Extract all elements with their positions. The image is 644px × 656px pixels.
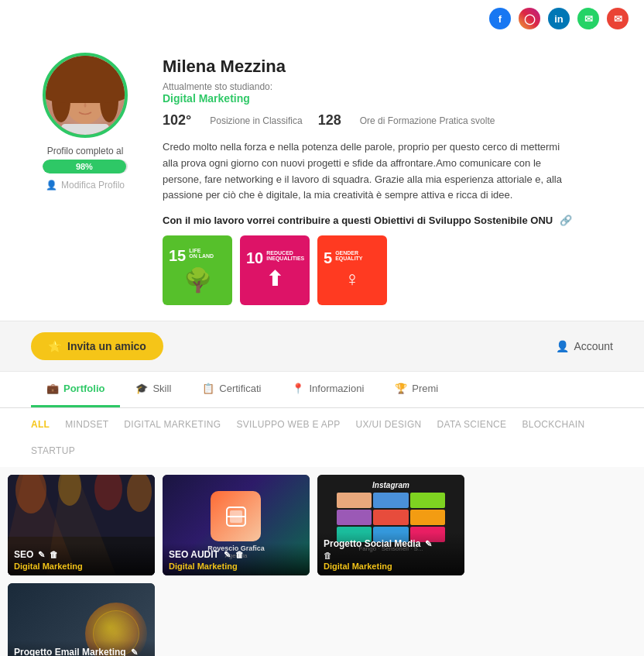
account-icon: 👤 (556, 340, 569, 352)
edit-icon-social-media[interactable]: ✎ (425, 539, 432, 549)
profile-right: Milena Mezzina Attualmente sto studiando… (163, 53, 613, 305)
edit-profile-button[interactable]: 👤 Modifica Profilo (46, 180, 125, 191)
hours-label: Ore di Formazione Pratica svolte (360, 115, 495, 126)
card-overlay-social-media: Progetto Social Media ✎ 🗑 Digital Market… (317, 532, 464, 575)
tab-premi-label: Premi (412, 383, 438, 394)
tab-portfolio[interactable]: 💼 Portfolio (31, 372, 120, 407)
sdg-title-5: GENDEREQUALITY (335, 250, 362, 262)
facebook-icon[interactable]: f (489, 8, 511, 29)
sdg-number-5: 5 (324, 250, 332, 266)
account-button[interactable]: 👤 Account (556, 340, 613, 352)
social-bar: f ◯ in ✉ ✉ (0, 0, 644, 37)
edit-profile-label: Modifica Profilo (61, 180, 125, 191)
invite-button[interactable]: ⭐ Invita un amico (31, 332, 163, 360)
filter-mindset[interactable]: MINDSET (65, 419, 108, 430)
tab-premi[interactable]: 🏆 Premi (379, 372, 454, 407)
sdg-title-10: REDUCEDINEQUALITIES (266, 250, 304, 262)
card-title-seo: SEO ✎ 🗑 (14, 549, 149, 560)
sdg-card-15[interactable]: 15 LIFEON LAND 🌳 (163, 235, 232, 305)
hours-number: 128 (318, 112, 341, 129)
svg-point-3 (100, 79, 118, 122)
tabs-bar: 💼 Portfolio 🎓 Skill 📋 Certificati 📍 Info… (0, 372, 644, 408)
profile-complete-label: Profilo completo al (47, 146, 124, 156)
email-icon[interactable]: ✉ (607, 8, 629, 29)
edit-icon-seo[interactable]: ✎ (38, 550, 45, 560)
card-category-social-media: Digital Marketing (324, 562, 458, 571)
filter-digital-marketing[interactable]: DIGITAL MARKETING (124, 419, 221, 430)
sdg-card-10[interactable]: 10 REDUCEDINEQUALITIES ⬆ (240, 235, 310, 305)
sdg-number-15: 15 (169, 248, 186, 263)
filter-bar: ALL MINDSET DIGITAL MARKETING SVILUPPO W… (0, 408, 644, 467)
sdg-card-5[interactable]: 5 GENDEREQUALITY ♀ (317, 235, 387, 305)
portfolio-card-seo-audit[interactable]: Rovescio Grafica Agenzia SEO AUDIT ✎ 🗑 D… (163, 475, 310, 575)
tab-skill[interactable]: 🎓 Skill (120, 372, 187, 407)
card-overlay-email-marketing: Progetto Email Marketing ✎ 🗑 Digital Mar… (8, 641, 155, 656)
studying-label: Attualmente sto studiando: (163, 81, 613, 92)
action-bar: ⭐ Invita un amico 👤 Account (0, 321, 644, 372)
delete-icon-seo-audit[interactable]: 🗑 (235, 550, 244, 559)
tab-certificati-label: Certificati (219, 383, 261, 394)
card-title-label-seo: SEO (14, 549, 33, 560)
skill-icon: 🎓 (135, 383, 148, 394)
avatar-image (46, 56, 125, 135)
card-overlay-seo: SEO ✎ 🗑 Digital Marketing (8, 543, 155, 575)
certificati-icon: 📋 (202, 383, 214, 394)
edit-icon-seo-audit[interactable]: ✎ (224, 550, 231, 560)
progress-bar-fill: 98% (43, 160, 126, 173)
informazioni-icon: 📍 (292, 383, 304, 394)
filter-startup[interactable]: STARTUP (31, 445, 75, 456)
portfolio-icon: 💼 (46, 383, 59, 394)
invite-icon: ⭐ (48, 340, 61, 352)
sdg-title-15: LIFEON LAND (189, 248, 214, 259)
card-title-label-email-marketing: Progetto Email Marketing (14, 647, 126, 656)
account-label: Account (574, 340, 613, 352)
svg-point-4 (57, 62, 113, 93)
studying-value: Digital Marketing (163, 92, 613, 105)
card-title-social-media: Progetto Social Media ✎ (324, 538, 458, 549)
tab-informazioni[interactable]: 📍 Informazioni (276, 372, 379, 407)
instagram-icon[interactable]: ◯ (519, 8, 540, 29)
portfolio-card-email-marketing[interactable]: Progetto Email Marketing ✎ 🗑 Digital Mar… (8, 583, 155, 656)
tab-informazioni-label: Informazioni (309, 383, 364, 394)
rank-label: Posizione in Classifica (210, 115, 302, 126)
svg-point-1 (65, 77, 105, 124)
sdg-icon-10: ⬆ (266, 267, 283, 291)
avatar (43, 53, 128, 138)
tab-certificati[interactable]: 📋 Certificati (187, 372, 276, 407)
portfolio-card-social-media[interactable]: Instagram Fango · Sensoriell · S... Prog… (317, 475, 464, 575)
invite-label: Invita un amico (67, 340, 146, 352)
card-category-seo-audit: Digital Marketing (169, 562, 303, 571)
delete-icon-social-media[interactable]: 🗑 (324, 551, 332, 560)
external-link-icon: 🔗 (560, 215, 572, 226)
svg-point-5 (74, 95, 80, 100)
instagram-label: Instagram (372, 481, 409, 489)
whatsapp-icon[interactable]: ✉ (577, 8, 599, 29)
filter-ux-ui[interactable]: UX/UI DESIGN (356, 419, 422, 430)
profile-name: Milena Mezzina (163, 57, 613, 77)
portfolio-card-seo[interactable]: SEO ✎ 🗑 Digital Marketing (8, 475, 155, 575)
svg-rect-7 (61, 124, 109, 135)
card-title-email-marketing: Progetto Email Marketing ✎ (14, 647, 149, 656)
sdg-cards: 15 LIFEON LAND 🌳 10 REDUCEDINEQUALITIES … (163, 235, 613, 305)
svg-point-6 (91, 95, 97, 100)
card-title-label-seo-audit: SEO AUDIT (169, 549, 219, 560)
sdg-icon-15: 🌳 (183, 266, 212, 294)
tab-portfolio-label: Portfolio (63, 383, 104, 394)
svg-point-0 (56, 56, 115, 104)
filter-sviluppo-web[interactable]: SVILUPPO WEB E APP (236, 419, 340, 430)
user-icon: 👤 (46, 180, 57, 191)
delete-icon-seo[interactable]: 🗑 (50, 550, 58, 559)
filter-blockchain[interactable]: BLOCKCHAIN (522, 419, 584, 430)
linkedin-icon[interactable]: in (548, 8, 570, 29)
bio-text: Credo molto nella forza e nella potenza … (163, 139, 565, 204)
stats-row: 102° Posizione in Classifica 128 Ore di … (163, 112, 613, 129)
svg-point-2 (52, 79, 70, 122)
filter-data-science[interactable]: DATA SCIENCE (437, 419, 507, 430)
edit-icon-email-marketing[interactable]: ✎ (131, 647, 138, 656)
tab-skill-label: Skill (152, 383, 171, 394)
sdg-number-10: 10 (246, 250, 263, 266)
filter-all[interactable]: ALL (31, 419, 50, 430)
card-title-label-social-media: Progetto Social Media (324, 538, 420, 549)
card-overlay-seo-audit: SEO AUDIT ✎ 🗑 Digital Marketing (163, 543, 310, 575)
sdg-icon-5: ♀ (344, 267, 360, 291)
